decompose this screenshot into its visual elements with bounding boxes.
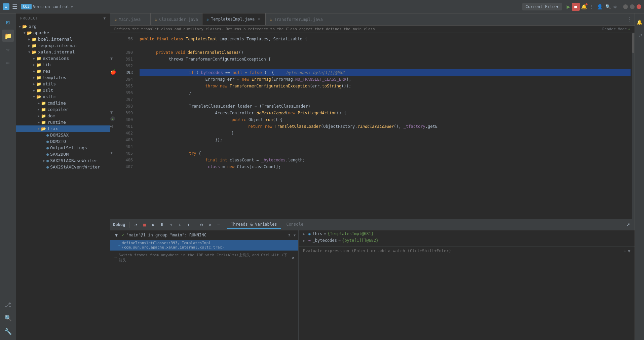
hint-close-button[interactable]: ✕ [292, 256, 294, 260]
activity-icon-bookmarks[interactable]: ☆ [2, 43, 14, 55]
more-options-button[interactable]: ⋮ [588, 3, 596, 11]
stop-button[interactable]: ■ [572, 3, 580, 11]
tree-item-runtime[interactable]: ▶ 📁 runtime [16, 119, 110, 125]
filter-button[interactable]: ⚗ [286, 232, 292, 238]
debug-tab-threads[interactable]: Threads & Variables [227, 221, 281, 229]
tab-more-button[interactable]: ⋮ [624, 16, 635, 23]
tree-item-lib[interactable]: ▶ 📁 lib [16, 62, 110, 68]
tab-templatesimpl-close[interactable]: ✕ [257, 17, 261, 22]
tree-item-cmdline[interactable]: ▶ 📁 cmdline [16, 100, 110, 106]
gutter-line-400: ▶ [110, 116, 117, 123]
xslt-arrow: ▶ [32, 88, 36, 92]
bcel-label: bcel.internal [38, 37, 72, 42]
tree-item-outputsettings[interactable]: ● OutputSettings [16, 145, 110, 151]
account-button[interactable]: 👤 [596, 3, 604, 11]
editor-scrollbar-track[interactable] [632, 33, 635, 219]
debug-frame-0[interactable]: ↩ defineTransletClasses:393, TemplatesIm… [110, 240, 298, 251]
search-button[interactable]: 🔍 [604, 3, 612, 11]
code-editor[interactable]: ▼ 🍎 ▼ ▶ [110, 33, 635, 219]
tree-item-res[interactable]: ▶ 📁 res [16, 68, 110, 74]
debug-expand-button[interactable]: ⤢ [624, 221, 632, 228]
tree-item-bcel[interactable]: ▶ 📁 bcel.internal [16, 36, 110, 42]
code-content[interactable]: public final class TemplatesImpl impleme… [136, 33, 635, 219]
debug-step-over-button[interactable]: ↷ [167, 221, 175, 228]
debug-resume-button[interactable]: ▶ [150, 221, 157, 228]
xalan-collapse-arrow: ▼ [27, 50, 32, 54]
xsltc-folder-icon: 📂 [36, 95, 41, 99]
thread-expand-btn[interactable]: ▼ [113, 232, 120, 238]
fold-arrow-399[interactable]: ▼ [110, 110, 113, 115]
hamburger-menu[interactable]: ☰ [12, 3, 17, 10]
settings-button[interactable]: ⚙ [612, 3, 618, 11]
dom-label: dom [47, 113, 55, 118]
activity-icon-search[interactable]: 🔍 [2, 312, 14, 324]
cc3-badge[interactable]: CC3 [21, 4, 32, 9]
sidebar-chevron[interactable]: ▼ [103, 16, 106, 21]
sidebar: Project ▼ ▼ 📂 org ▼ 📂 apache ▶ 📁 bcel.in… [16, 13, 110, 340]
run-button[interactable]: ▶ [565, 2, 572, 11]
gutter-line-406 [110, 157, 117, 163]
tree-item-templates[interactable]: ▶ 📁 templates [16, 74, 110, 81]
var-bytecodes[interactable]: ▶ ∞ _bytecodes = {byte[1][]@682} [299, 237, 635, 244]
debug-pause-button[interactable]: ⏸ [158, 221, 166, 228]
debug-step-into-button[interactable]: ↓ [176, 221, 183, 228]
fold-arrow-401[interactable]: ▶‖ [110, 125, 114, 128]
tree-item-compiler[interactable]: ▶ 📁 compiler [16, 106, 110, 113]
tab-templatesimpl-java[interactable]: ☕ TemplatesImpl.java ✕ [202, 13, 266, 26]
tree-item-trax[interactable]: ▼ 📂 trax [16, 125, 110, 132]
notifications-button[interactable]: 🔔 [580, 3, 588, 11]
fold-arrow-405[interactable]: ▼ [110, 150, 113, 155]
tree-item-dom2sax[interactable]: ● DOM2SAX [16, 132, 110, 138]
current-file-button[interactable]: Current File ▼ [522, 3, 562, 10]
tab-main-java[interactable]: ☕ Main.java [110, 13, 151, 26]
gutter-line-392 [110, 63, 117, 69]
tab-transformerimpl-java[interactable]: ☕ TransformerImpl.java [266, 13, 327, 26]
window-close-button[interactable] [637, 4, 641, 9]
evaluate-input[interactable] [303, 249, 621, 253]
tree-item-xslt[interactable]: ▶ 📁 xslt [16, 87, 110, 93]
version-control-chevron[interactable]: ▼ [71, 4, 73, 9]
debug-mutebreakpoints-button[interactable]: ⊘ [198, 221, 205, 228]
fold-arrow-391[interactable]: ▼ [110, 56, 113, 61]
tree-item-apache[interactable]: ▼ 📂 apache [16, 30, 110, 36]
activity-icon-more[interactable]: ⋯ [2, 56, 14, 69]
right-tool-notifications[interactable]: 🔔 [634, 16, 644, 28]
var-bytecodes-expand[interactable]: ▶ [303, 239, 307, 242]
breakpoint-393[interactable]: 🍎 [110, 69, 116, 75]
window-maximize-button[interactable] [630, 4, 635, 9]
tree-item-sax2dom[interactable]: ● SAX2DOM [16, 151, 110, 157]
tree-item-sax2staxevent[interactable]: ● SAX2StAXEventWriter [16, 164, 110, 170]
debug-clear-button[interactable]: ✕ [206, 221, 214, 228]
activity-icon-logo[interactable]: ⊡ [2, 16, 14, 28]
debug-step-out-button[interactable]: ↑ [185, 221, 192, 228]
evaluate-chevron-button[interactable]: ▼ [628, 248, 631, 254]
tree-item-regexp[interactable]: ▶ 📁 regexp.internal [16, 42, 110, 49]
tree-item-extensions[interactable]: ▶ 📁 extensions [16, 55, 110, 62]
var-this-expand[interactable]: ▶ [303, 232, 307, 236]
tree-item-xalan[interactable]: ▼ 📂 xalan.internal [16, 49, 110, 55]
debug-rerun-button[interactable]: ↺ [132, 221, 140, 228]
thread-chevron[interactable]: ▼ [294, 233, 296, 237]
tree-item-dom2to[interactable]: ● DOM2TO [16, 138, 110, 145]
right-tool-git[interactable]: ⎇ [634, 30, 644, 42]
tree-item-xsltc[interactable]: ▼ 📂 xsltc [16, 93, 110, 100]
tab-classloader-java[interactable]: ☕ ClassLoader.java [151, 13, 202, 26]
tree-item-sax2staxbase[interactable]: ▶ ● SAX2StAXBaseWriter [16, 157, 110, 164]
version-control-label[interactable]: Version control [33, 4, 69, 9]
window-minimize-button[interactable] [623, 4, 628, 9]
debug-stop-button[interactable]: ■ [141, 221, 148, 228]
reader-mode-toggle[interactable]: Reader Mode ✓ [602, 27, 631, 32]
code-line-405: try { [140, 150, 631, 157]
tree-item-utils[interactable]: ▶ 📁 utils [16, 81, 110, 87]
debug-tab-console[interactable]: Console [282, 221, 307, 229]
activity-icon-inspect[interactable]: 🔧 [2, 325, 14, 337]
tree-item-dom[interactable]: ▶ 📁 dom [16, 113, 110, 119]
bcel-expand-arrow: ▶ [27, 37, 32, 41]
templates-folder-icon: 📁 [36, 75, 41, 80]
activity-icon-project[interactable]: 📁 [2, 30, 14, 42]
debug-more-button[interactable]: ⋯ [215, 221, 223, 228]
var-this[interactable]: ▶ ◉ this = {TemplatesImpl@681} [299, 230, 635, 237]
evaluate-add-watch-button[interactable]: + [623, 248, 626, 254]
activity-icon-git[interactable]: ⎇ [2, 298, 14, 310]
tree-item-org[interactable]: ▼ 📂 org [16, 23, 110, 30]
